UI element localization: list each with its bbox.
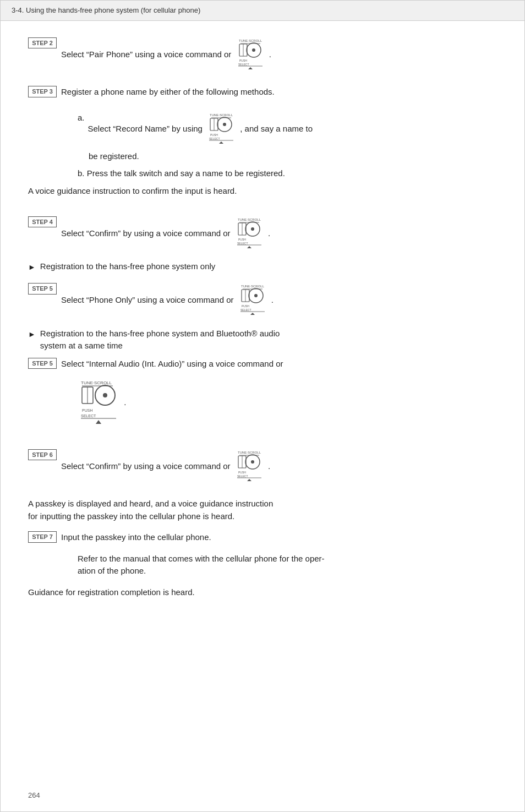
- tune-scroll-icon-step5a: TUNE·SCROLL PUSH SELECT: [238, 283, 267, 319]
- passkey-text-block: A passkey is displayed and heard, and a …: [28, 498, 497, 522]
- svg-text:PUSH: PUSH: [238, 238, 246, 241]
- svg-marker-59: [247, 479, 251, 481]
- svg-text:TUNE·SCROLL: TUNE·SCROLL: [239, 39, 262, 42]
- bullet-2-block: ► Registration to the hans-free phone sy…: [28, 328, 497, 352]
- step-7-text: Input the passkey into the cellular phon…: [61, 531, 497, 544]
- step-5a-badge: STEP 5: [28, 283, 57, 295]
- step-5b-text: Select “Internal Audio (Int. Audio)” usi…: [61, 358, 497, 370]
- svg-point-25: [251, 227, 254, 231]
- step-2-block: STEP 2 Select “Pair Phone” using a voice…: [28, 37, 497, 73]
- svg-marker-29: [247, 246, 251, 248]
- step-5a-block: STEP 5 Select “Phone Only” using a voice…: [28, 283, 497, 319]
- step-3a-block: a. Select “Record Name” by using TUNE·SC…: [78, 112, 497, 148]
- step-3a-text: Select “Record Name” by using TUNE·SCROL…: [88, 112, 313, 148]
- svg-marker-19: [219, 141, 223, 144]
- step-5b-badge: STEP 5: [28, 358, 57, 369]
- svg-text:TUNE·SCROLL: TUNE·SCROLL: [81, 380, 112, 385]
- step-5a-text: Select “Phone Only” using a voice comman…: [61, 283, 497, 319]
- tune-scroll-icon-step6: TUNE·SCROLL PUSH SELECT: [235, 449, 264, 485]
- bullet-1-block: ► Registration to the hans-free phone sy…: [28, 260, 497, 273]
- svg-marker-49: [96, 420, 101, 424]
- svg-text:TUNE·SCROLL: TUNE·SCROLL: [241, 285, 265, 288]
- svg-text:SELECT: SELECT: [209, 137, 220, 140]
- tune-scroll-icon-step4: TUNE·SCROLL PUSH SELECT: [235, 216, 264, 252]
- svg-marker-39: [250, 313, 255, 315]
- svg-text:SELECT: SELECT: [240, 308, 251, 312]
- step-4-badge: STEP 4: [28, 216, 57, 228]
- svg-text:PUSH: PUSH: [82, 408, 92, 412]
- svg-point-35: [254, 294, 258, 297]
- page-number: 264: [28, 790, 40, 801]
- svg-point-55: [251, 460, 254, 464]
- page-header: 3-4. Using the hands-free phone system (…: [1, 1, 524, 21]
- header-title: 3-4. Using the hands-free phone system (…: [12, 6, 200, 14]
- step-3b-block: b. Press the talk switch and say a name …: [78, 167, 497, 180]
- step-3a-line2: be registered.: [89, 150, 497, 163]
- svg-text:PUSH: PUSH: [239, 59, 247, 62]
- bullet-2-text: Registration to the hans-free phone syst…: [40, 328, 280, 352]
- step-3-badge: STEP 3: [28, 86, 57, 97]
- svg-text:SELECT: SELECT: [238, 63, 249, 66]
- guidance-completion-text: Guidance for registration completion is …: [28, 586, 497, 599]
- tune-scroll-icon-step2: TUNE·SCROLL PUSH SELECT: [236, 37, 265, 73]
- step-7-block: STEP 7 Input the passkey into the cellul…: [28, 531, 497, 544]
- svg-text:PUSH: PUSH: [242, 304, 249, 308]
- svg-text:TUNE·SCROLL: TUNE·SCROLL: [238, 451, 261, 454]
- tune-scroll-icon-step3a: TUNE·SCROLL PUSH SELECT: [207, 112, 236, 148]
- step-6-block: STEP 6 Select “Confirm” by using a voice…: [28, 449, 497, 485]
- step-3-text: Register a phone name by either of the f…: [61, 86, 497, 99]
- svg-text:PUSH: PUSH: [210, 133, 218, 137]
- step-3-block: STEP 3 Register a phone name by either o…: [28, 86, 497, 99]
- bullet-arrow-1: ►: [28, 261, 36, 273]
- refer-text-block: Refer to the manual that comes with the …: [78, 553, 497, 577]
- large-tune-scroll-icon-block: TUNE·SCROLL PUSH SELECT .: [78, 379, 497, 429]
- svg-point-45: [103, 393, 107, 397]
- svg-text:SELECT: SELECT: [237, 242, 248, 245]
- step-7-badge: STEP 7: [28, 531, 57, 543]
- svg-point-15: [223, 123, 226, 126]
- svg-marker-9: [248, 67, 253, 69]
- svg-text:PUSH: PUSH: [238, 471, 246, 474]
- svg-text:TUNE·SCROLL: TUNE·SCROLL: [210, 113, 233, 117]
- svg-text:SELECT: SELECT: [237, 475, 248, 478]
- step-5b-block: STEP 5 Select “Internal Audio (Int. Audi…: [28, 358, 497, 370]
- bullet-1-text: Registration to the hans-free phone syst…: [40, 260, 216, 273]
- step-3a-label: a.: [78, 112, 85, 124]
- step-4-text: Select “Confirm” by using a voice comman…: [61, 216, 497, 252]
- svg-text:SELECT: SELECT: [81, 414, 96, 418]
- svg-point-5: [252, 48, 255, 52]
- svg-text:TUNE·SCROLL: TUNE·SCROLL: [238, 218, 261, 221]
- step-2-badge: STEP 2: [28, 37, 57, 49]
- step-6-badge: STEP 6: [28, 449, 57, 461]
- step-4-block: STEP 4 Select “Confirm” by using a voice…: [28, 216, 497, 252]
- voice-guidance-text: A voice guidance instruction to confirm …: [28, 185, 497, 198]
- step-6-text: Select “Confirm” by using a voice comman…: [61, 449, 497, 485]
- step-2-text: Select “Pair Phone” using a voice comman…: [61, 37, 497, 73]
- bullet-arrow-2: ►: [28, 329, 36, 340]
